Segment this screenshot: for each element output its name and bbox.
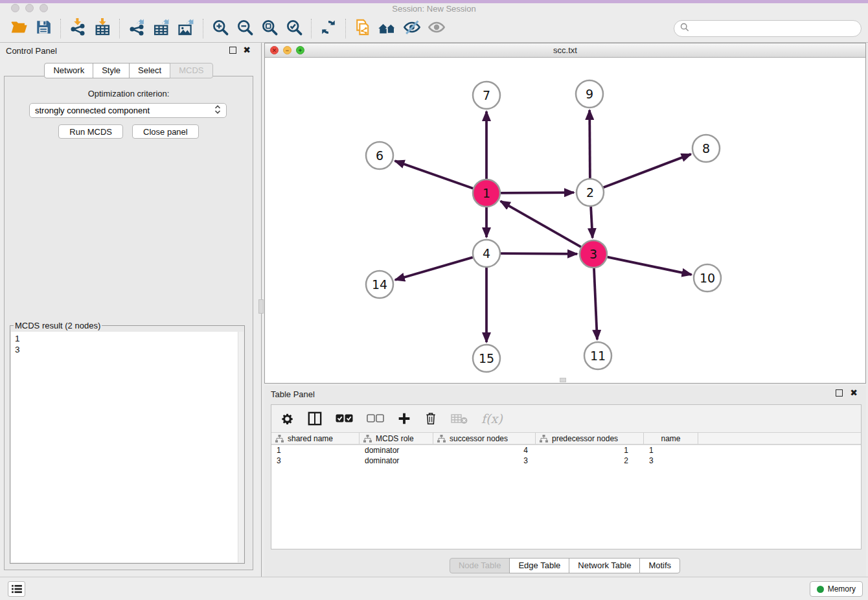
tab-select[interactable]: Select (129, 63, 170, 78)
column-header-successor-nodes[interactable]: successor nodes (433, 433, 536, 444)
table-settings-button[interactable] (280, 412, 294, 426)
list-icon (12, 584, 22, 594)
toolbar-separator (119, 19, 120, 38)
import-network-icon (69, 18, 87, 39)
export-image-icon (177, 18, 195, 39)
network-view-window: ✕ − + scc.txt 7968124314101511 (264, 43, 866, 384)
network-canvas[interactable]: 7968124314101511 (265, 58, 865, 383)
tab-mcds[interactable]: MCDS (170, 63, 212, 78)
column-header-predecessor-nodes[interactable]: predecessor nodes (536, 433, 644, 444)
tab-node-table[interactable]: Node Table (450, 558, 510, 573)
export-image-button[interactable] (174, 17, 198, 40)
tab-network-table[interactable]: Network Table (569, 558, 640, 573)
graph-edge-3-1[interactable] (501, 201, 581, 247)
search-field[interactable] (674, 20, 862, 37)
hierarchy-icon (540, 435, 548, 443)
first-neighbors-button[interactable] (375, 17, 400, 40)
export-table-button[interactable] (149, 17, 174, 40)
result-scrollbar[interactable] (238, 332, 244, 562)
zoom-in-button[interactable] (208, 17, 233, 40)
graph-edge-2-3[interactable] (591, 207, 593, 238)
graph-node-label-14: 14 (372, 277, 387, 292)
cell-predecessor-nodes[interactable]: 2 (536, 456, 644, 465)
zoom-out-button[interactable] (233, 17, 257, 40)
delete-column-button[interactable] (424, 411, 437, 426)
graph-edge-4-14[interactable] (395, 257, 473, 280)
table-row[interactable]: 3 dominator 3 2 3 (271, 456, 861, 466)
task-history-button[interactable] (8, 581, 25, 597)
mcds-result-list[interactable]: 1 3 (11, 332, 244, 562)
graph-edge-2-9[interactable] (589, 110, 590, 178)
graph-node-label-9: 9 (586, 87, 593, 101)
criterion-select[interactable]: strongly connected component (29, 103, 227, 118)
tab-motifs[interactable]: Motifs (639, 558, 680, 573)
node-table-container: f(x) shared name MCDS role successor nod… (271, 404, 862, 549)
graph-edge-3-10[interactable] (608, 257, 692, 275)
cell-shared-name[interactable]: 1 (271, 446, 360, 455)
float-table-panel-icon[interactable] (836, 389, 843, 397)
export-table-icon (152, 18, 170, 39)
graph-node-label-11: 11 (590, 349, 606, 363)
open-file-button[interactable] (6, 17, 31, 40)
control-panel-tabs: Network Style Select MCDS (0, 63, 258, 78)
column-header-shared-name[interactable]: shared name (271, 433, 360, 444)
column-layout-button[interactable] (308, 411, 322, 426)
show-all-button[interactable] (424, 17, 449, 40)
column-header-name[interactable]: name (644, 433, 698, 444)
cell-predecessor-nodes[interactable]: 1 (536, 446, 644, 455)
run-mcds-button[interactable]: Run MCDS (58, 124, 123, 139)
close-panel-button[interactable]: Close panel (132, 124, 199, 139)
table-panel-title: Table Panel (271, 389, 315, 399)
tab-network[interactable]: Network (44, 63, 93, 78)
search-input[interactable] (693, 24, 855, 34)
tab-style[interactable]: Style (93, 63, 130, 78)
hierarchy-icon (363, 435, 372, 443)
float-panel-icon[interactable] (229, 47, 236, 54)
node-table: shared name MCDS role successor nodes pr… (271, 433, 861, 466)
network-window-titlebar[interactable]: ✕ − + scc.txt (265, 43, 865, 58)
import-table-icon (93, 18, 111, 39)
network-graph[interactable]: 7968124314101511 (265, 58, 865, 383)
graph-edge-3-11[interactable] (594, 268, 597, 340)
deselect-all-button[interactable] (367, 414, 384, 423)
cell-mcds-role[interactable]: dominator (360, 446, 433, 455)
select-all-button[interactable] (336, 414, 353, 423)
cell-successor-nodes[interactable]: 4 (433, 446, 536, 455)
add-column-button[interactable] (398, 412, 411, 425)
graph-node-label-15: 15 (479, 351, 494, 365)
column-header-mcds-role[interactable]: MCDS role (360, 433, 433, 444)
zoom-fit-button[interactable] (257, 17, 282, 40)
graph-edge-4-3[interactable] (501, 253, 577, 254)
cell-shared-name[interactable]: 3 (271, 456, 360, 465)
graph-edge-2-8[interactable] (604, 154, 691, 187)
splitter-grip[interactable] (258, 299, 264, 314)
criterion-select-value: strongly connected component (35, 106, 150, 115)
hide-selected-button[interactable] (400, 17, 424, 40)
memory-button[interactable]: Memory (810, 581, 863, 597)
graph-node-label-10: 10 (700, 271, 715, 285)
export-network-button[interactable] (124, 17, 149, 40)
toolbar-separator (311, 19, 312, 38)
graph-edge-1-6[interactable] (395, 161, 474, 188)
close-panel-icon[interactable]: ✖ (243, 45, 251, 55)
cell-name[interactable]: 3 (644, 456, 698, 465)
save-floppy-icon (35, 19, 52, 38)
save-session-button[interactable] (31, 17, 56, 40)
duplicate-network-icon (354, 18, 372, 39)
zoom-selected-button[interactable] (282, 17, 306, 40)
new-network-from-selection-button[interactable] (350, 17, 375, 40)
table-row[interactable]: 1 dominator 4 1 1 (271, 445, 861, 456)
tab-edge-table[interactable]: Edge Table (509, 558, 569, 573)
close-table-panel-icon[interactable]: ✖ (850, 387, 858, 398)
cell-name[interactable]: 1 (644, 446, 698, 455)
graph-edge-1-2[interactable] (501, 192, 574, 193)
status-bar: Memory (0, 577, 868, 600)
canvas-grip[interactable] (560, 378, 566, 382)
panel-splitter[interactable] (258, 43, 264, 577)
import-network-button[interactable] (65, 17, 90, 40)
import-table-button[interactable] (90, 17, 115, 40)
cell-successor-nodes[interactable]: 3 (433, 456, 536, 465)
apply-layout-button[interactable] (316, 17, 341, 40)
cell-mcds-role[interactable]: dominator (360, 456, 433, 465)
table-toolbar: f(x) (271, 405, 861, 433)
